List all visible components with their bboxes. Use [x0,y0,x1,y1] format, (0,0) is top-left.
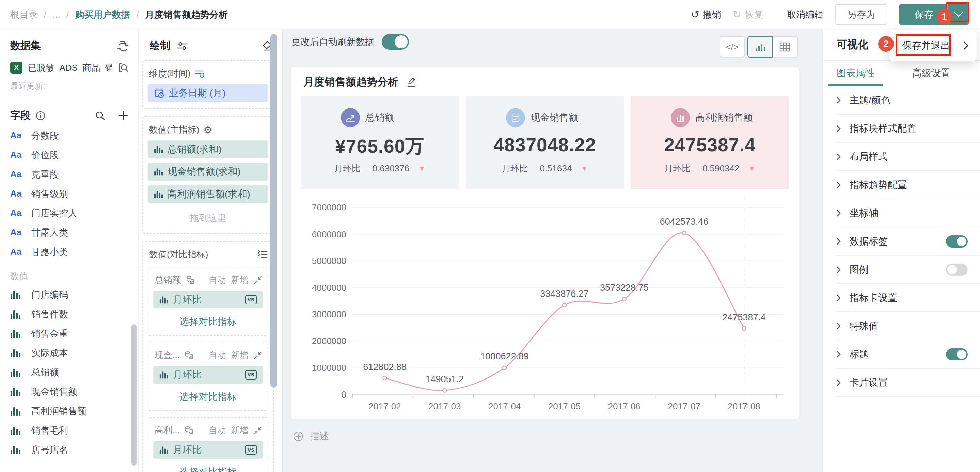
switch-dataset-icon[interactable] [117,40,129,52]
view-code-button[interactable]: </> [719,36,745,58]
kpi-card-high-profit-sales[interactable]: 高利润销售额 2475387.4 月环比 -0.590342 ▼ [631,96,789,189]
collapse-icon[interactable] [253,426,262,435]
viz-section-theme-color[interactable]: 主题/颜色 [837,86,980,115]
auto-option[interactable]: 自动 [208,274,226,286]
field-item-dimension[interactable]: Aa销售级别 [0,184,138,203]
kpi-card-cash-sales[interactable]: 现金销售额 4837048.22 月环比 -0.51634 ▼ [466,96,624,189]
save-split-button[interactable]: 保存 1 [899,4,969,25]
preview-dataset-icon[interactable] [118,62,129,73]
compare-pill-mom[interactable]: 月环比 vs [153,366,263,383]
save-as-button[interactable]: 另存为 [835,4,888,25]
select-compare-metric-link[interactable]: 选择对比指标 [153,383,263,405]
main-metric-dropzone[interactable]: 数值(主指标) ⚙ 总销额(求和) 现金销售额(求和) 高利润销售额(求和) 拖… [142,116,274,234]
auto-refresh-toggle[interactable] [382,34,409,50]
metric-pill[interactable]: 高利润销售额(求和) [148,185,268,203]
title-toggle[interactable] [946,348,968,361]
svg-text:7000000: 7000000 [312,202,346,212]
text-field-icon: Aa [10,247,24,257]
compare-metric-section-label: 数值(对比指标) [149,249,208,260]
field-item-measure[interactable]: 总销额 [0,363,138,382]
metric-pill[interactable]: 现金销售额(求和) [148,163,268,181]
tab-advanced-settings[interactable]: 高级设置 [912,67,950,86]
compare-pill-mom[interactable]: 月环比 vs [153,291,263,309]
undo-button[interactable]: ↺ 撤销 [691,8,721,21]
viz-section-metric-trend[interactable]: 指标趋势配置 [837,171,980,199]
cancel-edit-button[interactable]: 取消编辑 [787,8,824,21]
list-settings-icon[interactable] [258,250,268,260]
field-label: 总销额 [31,366,59,379]
viz-section-metric-card[interactable]: 指标卡设置 [837,284,980,312]
add-option[interactable]: 新增 [231,274,248,286]
field-item-dimension[interactable]: Aa价位段 [0,145,138,165]
tab-chart-properties[interactable]: 图表属性 [837,67,875,86]
time-filter-icon[interactable] [194,70,205,78]
dimension-pill-business-date[interactable]: 业务日期 (月) [148,84,268,102]
add-option[interactable]: 新增 [231,349,248,361]
field-item-measure[interactable]: 店号店名 [0,440,138,459]
auto-option[interactable]: 自动 [208,424,226,436]
select-compare-metric-link[interactable]: 选择对比指标 [153,309,263,329]
legend-toggle[interactable] [946,263,968,276]
duplicate-data-icon[interactable] [185,351,194,360]
add-field-icon[interactable] [118,110,129,121]
field-item-dimension[interactable]: Aa分数段 [0,126,138,145]
dimension-dropzone[interactable]: 维度(时间) 业务日期 (月) [142,60,274,109]
field-item-dimension[interactable]: Aa门店实控人 [0,203,138,223]
data-labels-toggle[interactable] [946,235,968,247]
compare-pill-mom[interactable]: 月环比 vs [153,441,263,459]
field-item-measure[interactable]: 现金销售额 [0,382,138,401]
measure-bar-icon [10,348,24,357]
viz-section-legend[interactable]: 图例 [837,256,980,284]
collapse-icon[interactable] [253,276,262,285]
collapse-icon[interactable] [253,351,262,360]
auto-option[interactable]: 自动 [208,349,226,361]
metric-pill[interactable]: 总销额(求和) [148,141,268,158]
dataset-item[interactable]: X 已脱敏_ADS_商品_销... [0,53,138,74]
breadcrumb-ellipsis[interactable]: ... [53,10,60,20]
breadcrumb-root[interactable]: 根目录 [10,8,38,21]
redo-button[interactable]: ↻ 恢复 [733,8,763,21]
breadcrumb-folder[interactable]: 购买用户数据 [75,8,130,21]
svg-text:612802.88: 612802.88 [363,362,407,372]
gear-icon[interactable]: ⚙ [203,124,213,136]
viz-section-axes[interactable]: 坐标轴 [837,199,980,228]
viz-section-special-values[interactable]: 特殊值 [837,312,980,341]
field-item-dimension[interactable]: Aa甘露大类 [0,223,138,242]
field-item-measure[interactable]: 销售毛利 [0,421,138,440]
viz-section-layout-style[interactable]: 布局样式 [837,143,980,171]
view-chart-button[interactable] [748,36,773,58]
duplicate-data-icon[interactable] [186,276,196,285]
save-and-exit-menu-item[interactable]: 保存并退出 [902,39,964,52]
field-item-measure[interactable]: 销售件数 [0,304,138,324]
description-row[interactable]: 描述 [293,430,329,443]
field-item-dimension[interactable]: Aa甘露小类 [0,242,138,261]
field-item-dimension[interactable]: Aa克重段 [0,165,138,184]
viz-section-metric-block-style[interactable]: 指标块样式配置 [837,115,980,143]
field-item-measure[interactable]: 销售金重 [0,324,138,343]
kpi-card-total-sales[interactable]: 总销额 ¥765.60万 月环比 -0.630376 ▼ [301,96,459,189]
draw-panel-scrollbar[interactable] [270,34,277,388]
viz-section-data-labels[interactable]: 数据标签 [837,228,980,256]
field-label: 甘露小类 [31,246,68,258]
field-item-measure[interactable]: 门店编码 [0,285,138,304]
field-label: 销售毛利 [31,424,68,437]
viz-section-title[interactable]: 标题 [837,341,980,369]
save-dropdown-menu: 保存并退出 [889,30,977,61]
select-compare-metric-link[interactable]: 选择对比指标 [153,459,263,472]
trend-line-chart[interactable]: 0100000020000003000000400000050000006000… [291,194,799,419]
text-field-icon: Aa [10,188,24,199]
edit-title-icon[interactable] [406,76,416,87]
viz-section-card-settings[interactable]: 卡片设置 [837,369,980,397]
search-icon[interactable] [95,110,105,121]
duplicate-data-icon[interactable] [185,426,194,435]
left-panel-scrollbar[interactable] [131,325,137,466]
vs-calendar-icon: vs [245,445,257,455]
field-item-measure[interactable]: 实际成本 [0,343,138,363]
view-table-button[interactable] [773,36,798,58]
add-option[interactable]: 新增 [231,424,248,436]
compare-card-metric-name: 高利... [154,424,180,436]
chart-config-sliders-icon[interactable] [177,41,188,51]
kpi-label: 现金销售额 [531,111,578,124]
field-item-measure[interactable]: 高利润销售额 [0,401,138,421]
svg-text:2017-06: 2017-06 [608,401,641,412]
